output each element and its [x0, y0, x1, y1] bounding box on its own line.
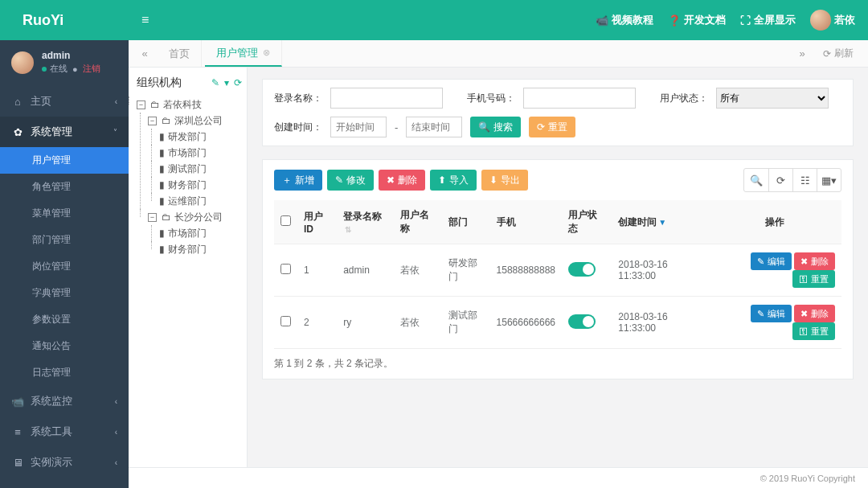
th-created[interactable]: 创建时间▼: [612, 200, 708, 244]
link-video-tutorial[interactable]: 📹 视频教程: [596, 13, 653, 27]
file-icon: ▮: [159, 129, 165, 145]
login-label: 登录名称：: [274, 92, 322, 105]
cell-name: 若依: [394, 297, 442, 349]
avatar[interactable]: [11, 51, 34, 74]
collapse-icon[interactable]: −: [148, 213, 157, 222]
status-toggle[interactable]: [568, 314, 596, 329]
th-name[interactable]: 用户名称: [394, 200, 442, 244]
th-login[interactable]: 登录名称⇅: [337, 200, 394, 244]
row-edit-button[interactable]: ✎编辑: [751, 252, 792, 270]
tree-branch-sz[interactable]: −🗀深圳总公司: [148, 113, 242, 129]
tab-nav-right[interactable]: »: [792, 40, 812, 67]
demo-icon: 🖥: [11, 457, 24, 469]
tab-close-icon[interactable]: ⊗: [263, 47, 270, 58]
nav-posts[interactable]: 岗位管理: [0, 253, 129, 280]
nav-menus[interactable]: 菜单管理: [0, 200, 129, 227]
tree-branch-cs[interactable]: −🗀长沙分公司: [148, 209, 242, 225]
start-time-input[interactable]: [330, 117, 387, 137]
search-button[interactable]: 🔍搜索: [470, 117, 521, 137]
export-button[interactable]: ⬇导出: [481, 170, 528, 191]
row-checkbox[interactable]: [280, 264, 291, 274]
end-time-input[interactable]: [406, 117, 462, 137]
cell-login: ry: [337, 297, 394, 349]
tree-node[interactable]: ▮运维部门: [159, 193, 242, 209]
nav-dict[interactable]: 字典管理: [0, 280, 129, 306]
delete-button[interactable]: ✖删除: [379, 170, 425, 191]
tab-home[interactable]: 首页: [158, 40, 202, 67]
tree-root[interactable]: −🗀若依科技: [137, 96, 242, 113]
status-dot-icon: [42, 67, 47, 72]
tree-node[interactable]: ▮市场部门: [159, 225, 242, 241]
phone-input[interactable]: [523, 88, 636, 109]
link-docs[interactable]: ❓ 开发文档: [668, 13, 726, 27]
nav-home-label: 主页: [31, 94, 51, 109]
nav-demo[interactable]: 🖥 实例演示 ‹: [0, 447, 129, 478]
nav-notice[interactable]: 通知公告: [0, 333, 129, 359]
table-panel: ＋新增 ✎修改 ✖删除 ⬆导入 ⬇导出 🔍 ⟳ ☷ ▦▾: [262, 159, 854, 379]
cell-dept: 研发部门: [442, 244, 490, 297]
table-refresh-icon[interactable]: ⟳: [768, 169, 792, 191]
table-view-icon[interactable]: ▦▾: [817, 169, 841, 191]
menu-toggle-icon[interactable]: ≡: [141, 13, 149, 27]
profile-menu[interactable]: 若依: [810, 10, 855, 31]
select-all-checkbox[interactable]: [280, 215, 291, 226]
collapse-icon[interactable]: −: [137, 100, 145, 109]
th-status[interactable]: 用户状态: [562, 200, 612, 244]
nav-tools-label: 系统工具: [31, 424, 72, 439]
tree-title: 组织机构: [137, 76, 207, 90]
row-reset-button[interactable]: ⚿重置: [792, 322, 835, 340]
row-delete-button[interactable]: ✖删除: [794, 252, 835, 270]
table-search-icon[interactable]: 🔍: [744, 169, 768, 191]
fullscreen-button[interactable]: ⛶ 全屏显示: [740, 13, 796, 27]
login-input[interactable]: [330, 88, 443, 109]
folder-icon: 🗀: [150, 96, 160, 113]
topbar: ≡ 📹 视频教程 ❓ 开发文档 ⛶ 全屏显示 若依: [129, 0, 868, 40]
nav-system-mgmt[interactable]: ✿ 系统管理 ˅: [0, 117, 129, 147]
user-name: admin: [42, 50, 100, 61]
edit-button[interactable]: ✎修改: [327, 170, 374, 191]
nav-config[interactable]: 参数设置: [0, 306, 129, 333]
add-button[interactable]: ＋新增: [274, 170, 322, 191]
logout-link[interactable]: 注销: [83, 63, 100, 75]
edit-icon: ✎: [335, 174, 343, 186]
tab-nav-left[interactable]: «: [135, 40, 154, 67]
import-button[interactable]: ⬆导入: [430, 170, 477, 191]
tree-node[interactable]: ▮市场部门: [159, 145, 242, 161]
nav-tools[interactable]: ≡ 系统工具 ‹: [0, 416, 129, 447]
tree-node[interactable]: ▮研发部门: [159, 129, 242, 145]
row-checkbox[interactable]: [280, 316, 291, 326]
collapse-icon[interactable]: −: [148, 117, 157, 125]
nav-home[interactable]: ⌂ 主页 ‹: [0, 86, 129, 117]
status-label: 用户状态：: [660, 92, 708, 105]
nav-users[interactable]: 用户管理: [0, 147, 129, 174]
create-time-label: 创建时间：: [274, 121, 322, 134]
status-select[interactable]: 所有: [716, 88, 829, 109]
tree-edit-icon[interactable]: ✎: [211, 77, 219, 88]
org-tree-panel: 组织机构 ✎ ▾ ⟳ −🗀若依科技 −🗀深圳总公司 ▮研发部门: [129, 68, 248, 467]
th-dept[interactable]: 部门: [442, 200, 490, 244]
nav-depts[interactable]: 部门管理: [0, 227, 129, 253]
reset-button[interactable]: ⟳重置: [529, 117, 575, 137]
file-icon: ▮: [159, 145, 165, 161]
row-delete-button[interactable]: ✖删除: [794, 305, 835, 322]
nav-logs[interactable]: 日志管理: [0, 359, 129, 386]
row-reset-button[interactable]: ⚿重置: [792, 270, 835, 288]
th-user-id[interactable]: 用户ID: [297, 200, 337, 244]
delete-icon: ✖: [800, 256, 808, 267]
tree-refresh-icon[interactable]: ⟳: [234, 77, 242, 88]
tree-node[interactable]: ▮财务部门: [159, 177, 242, 193]
tab-users[interactable]: 用户管理 ⊗: [205, 40, 282, 67]
table-columns-icon[interactable]: ☷: [792, 169, 817, 191]
tree-node[interactable]: ▮财务部门: [159, 241, 242, 257]
th-phone[interactable]: 手机: [490, 200, 562, 244]
nav-roles[interactable]: 角色管理: [0, 174, 129, 200]
tree-expand-icon[interactable]: ▾: [224, 77, 229, 88]
tab-refresh[interactable]: ⟳ 刷新: [815, 40, 862, 67]
phone-label: 手机号码：: [467, 92, 515, 105]
status-toggle[interactable]: [568, 262, 596, 277]
file-icon: ▮: [159, 225, 165, 241]
key-icon: ⚿: [799, 326, 808, 336]
nav-monitor[interactable]: 📹 系统监控 ‹: [0, 386, 129, 416]
tree-node[interactable]: ▮测试部门: [159, 161, 242, 177]
row-edit-button[interactable]: ✎编辑: [751, 305, 792, 322]
